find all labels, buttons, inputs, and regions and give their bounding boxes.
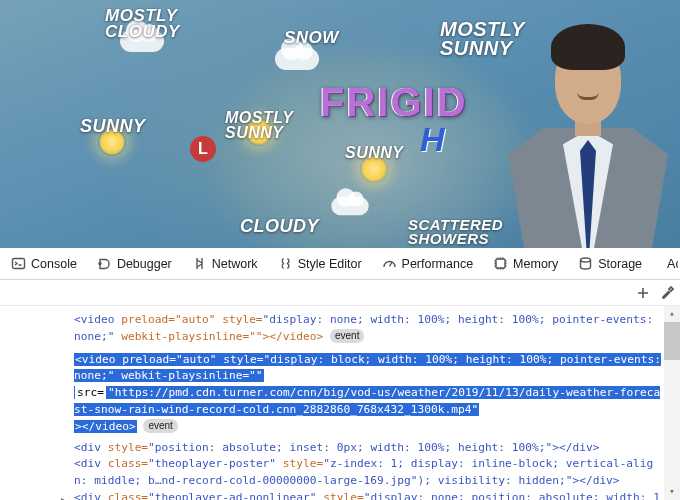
tab-label: Access (667, 257, 678, 271)
scroll-up-icon[interactable]: ▴ (664, 306, 680, 322)
source-line-selected[interactable]: <video preload="auto" style="display: bl… (74, 352, 662, 436)
source-line[interactable]: ▸ <div class="theoplayer-ad-nonlinear" s… (74, 490, 662, 500)
event-badge[interactable]: event (143, 419, 177, 433)
tab-debugger[interactable]: Debugger (88, 248, 181, 279)
source-line[interactable]: <div style="position: absolute; inset: 0… (74, 440, 662, 457)
svg-point-1 (99, 263, 101, 265)
scrollbar-thumb[interactable] (664, 322, 680, 360)
eyedropper-icon[interactable] (660, 286, 674, 300)
devtools-tabbar: Console Debugger Network Style Editor Pe… (0, 248, 680, 280)
tab-label: Style Editor (298, 257, 362, 271)
label-snow: SNOW (284, 30, 339, 46)
storage-icon (578, 256, 593, 271)
tab-label: Storage (598, 257, 642, 271)
scroll-down-icon[interactable]: ▾ (664, 484, 680, 500)
console-icon (11, 256, 26, 271)
scrollbar-track[interactable]: ▴ ▾ (664, 306, 680, 500)
high-pressure-icon: H (420, 120, 445, 159)
network-icon (192, 256, 207, 271)
weather-video-frame: L H MOSTLY CLOUDY SNOW MOSTLY SUNNY FRIG… (0, 0, 680, 248)
tab-label: Debugger (117, 257, 172, 271)
label-mostly-cloudy: MOSTLY CLOUDY (105, 8, 180, 40)
label-sunny-west: SUNNY (80, 118, 146, 135)
html-source-panel[interactable]: ▴ ▾ <video preload="auto" style="display… (0, 306, 680, 500)
tab-performance[interactable]: Performance (373, 248, 483, 279)
inspector-toolbar (0, 280, 680, 306)
label-scattered-showers: SCATTERED SHOWERS (408, 218, 503, 247)
memory-icon (493, 256, 508, 271)
label-cloudy-south: CLOUDY (240, 218, 319, 235)
tab-console[interactable]: Console (2, 248, 86, 279)
tab-network[interactable]: Network (183, 248, 267, 279)
svg-rect-2 (496, 259, 505, 268)
svg-rect-0 (13, 259, 25, 269)
label-sunny-se: SUNNY (345, 145, 404, 160)
svg-point-3 (581, 258, 591, 262)
event-badge[interactable]: event (330, 329, 364, 343)
cloud-icon (275, 48, 319, 70)
tab-memory[interactable]: Memory (484, 248, 567, 279)
low-pressure-icon: L (190, 136, 216, 162)
debugger-icon (97, 256, 112, 271)
cloud-icon (331, 197, 368, 216)
tab-style-editor[interactable]: Style Editor (269, 248, 371, 279)
add-icon[interactable] (636, 286, 650, 300)
tab-label: Memory (513, 257, 558, 271)
source-line[interactable]: <video preload="auto" style="display: no… (74, 312, 662, 346)
style-editor-icon (278, 256, 293, 271)
weather-presenter (508, 28, 668, 248)
source-line[interactable]: <div class="theoplayer-poster" style="z-… (74, 456, 662, 490)
tab-label: Network (212, 257, 258, 271)
tab-label: Console (31, 257, 77, 271)
label-frigid: FRIGID (320, 80, 468, 125)
tab-storage[interactable]: Storage (569, 248, 651, 279)
performance-icon (382, 256, 397, 271)
tab-accessibility[interactable]: Access (653, 248, 678, 279)
label-mostly-sunny-center: MOSTLY SUNNY (225, 110, 293, 140)
tab-label: Performance (402, 257, 474, 271)
expand-icon[interactable]: ▸ (60, 493, 65, 500)
